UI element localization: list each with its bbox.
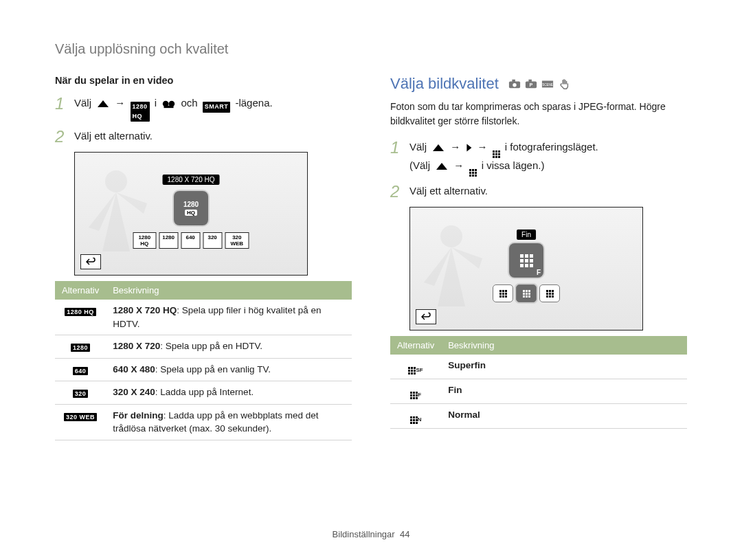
left-column: När du spelar in en video Välj → 1280HQ … xyxy=(55,75,352,440)
preview-chip-row: 1280 HQ 1280 640 320 320 WEB xyxy=(133,232,249,249)
chip-320web[interactable]: 320 WEB xyxy=(225,232,249,249)
chip-1280hq[interactable]: 1280 HQ xyxy=(133,232,157,249)
back-button[interactable] xyxy=(416,309,436,324)
video-preview: 1280 X 720 HQ 1280 HQ 1280 HQ 1280 640 3… xyxy=(74,152,308,276)
svg-point-16 xyxy=(440,225,462,247)
mode-icons: P SCENE xyxy=(508,78,570,90)
section-title: Välja bildkvalitet P SCENE xyxy=(390,75,687,93)
quality-options-table: Alternativ Beskrivning SFSuperfin FFin N… xyxy=(390,336,687,429)
camera-icon xyxy=(508,78,521,90)
chip-fin[interactable] xyxy=(516,284,537,302)
smart-icon: SMART xyxy=(203,102,231,113)
silhouette-icon xyxy=(75,162,157,265)
resolution-1280hq-icon: 1280HQ xyxy=(131,102,150,122)
breadcrumb: Välja upplösning och kvalitet xyxy=(55,41,687,57)
table-row: 640640 X 480: Spela upp på en vanlig TV. xyxy=(55,358,352,381)
table-row: NNormal xyxy=(390,404,687,429)
svg-text:P: P xyxy=(529,82,532,89)
quality-preview: Fin F xyxy=(409,207,643,331)
step1-video: Välj → 1280HQ i och SMART -lägena. xyxy=(74,96,352,122)
col-alternativ: Alternativ xyxy=(390,336,441,355)
col-alternativ: Alternativ xyxy=(55,281,106,300)
chip-superfin[interactable] xyxy=(493,284,513,302)
table-row: FFin xyxy=(390,379,687,404)
step2-quality: Välj ett alternativ. xyxy=(409,183,687,199)
quality-grid-icon xyxy=(469,169,477,177)
up-arrow-icon xyxy=(431,143,445,153)
table-row: 1280 HQ1280 X 720 HQ: Spela upp filer i … xyxy=(55,300,352,335)
step1-quality: Välj → → i fotograferingsläget. (Välj → … xyxy=(409,139,687,177)
movie-icon xyxy=(161,99,176,109)
preview-label-quality: Fin xyxy=(517,229,536,240)
back-arrow-icon xyxy=(421,313,431,321)
svg-marker-0 xyxy=(98,100,109,107)
svg-point-4 xyxy=(105,170,127,192)
quality-chip-row xyxy=(493,284,560,302)
svg-marker-14 xyxy=(466,144,471,151)
col-beskrivning: Beskrivning xyxy=(441,336,687,355)
chip-normal[interactable] xyxy=(539,284,560,302)
quality-grid-icon xyxy=(493,150,500,158)
preview-selected-quality: F xyxy=(509,243,543,278)
preview-label-video: 1280 X 720 HQ xyxy=(163,175,220,185)
svg-rect-3 xyxy=(164,106,174,109)
right-arrow-icon xyxy=(466,143,473,153)
chip-320[interactable]: 320 xyxy=(203,232,222,249)
svg-rect-7 xyxy=(512,80,515,82)
svg-point-6 xyxy=(513,83,516,87)
step2-video: Välj ett alternativ. xyxy=(74,128,352,144)
quality-body: Foton som du tar komprimeras och sparas … xyxy=(390,100,687,128)
hand-icon xyxy=(558,78,570,90)
table-row: 320 WEBFör delning: Ladda upp på en webb… xyxy=(55,404,352,440)
table-row: 12801280 X 720: Spela upp på en HDTV. xyxy=(55,335,352,359)
subheading-video: När du spelar in en video xyxy=(55,75,352,86)
up-arrow-icon xyxy=(96,99,110,109)
camera-p-icon: P xyxy=(525,78,537,90)
svg-rect-10 xyxy=(528,80,532,82)
video-options-table: Alternativ Beskrivning 1280 HQ1280 X 720… xyxy=(55,281,352,440)
chip-1280[interactable]: 1280 xyxy=(159,232,178,249)
table-row: SFSuperfin xyxy=(390,355,687,379)
svg-marker-13 xyxy=(433,144,444,151)
back-button[interactable] xyxy=(80,254,101,269)
chip-640[interactable]: 640 xyxy=(181,232,200,249)
up-arrow-icon xyxy=(435,161,449,171)
scene-icon: SCENE xyxy=(541,78,554,90)
page-footer: Bildinställningar 44 xyxy=(0,529,742,539)
silhouette-icon xyxy=(410,217,493,320)
svg-text:SCENE: SCENE xyxy=(542,83,553,87)
preview-selected-icon: 1280 HQ xyxy=(174,191,208,225)
table-row: 320320 X 240: Ladda upp på Internet. xyxy=(55,381,352,405)
col-beskrivning: Beskrivning xyxy=(106,281,352,300)
svg-marker-15 xyxy=(436,163,447,170)
right-column: Välja bildkvalitet P SCENE Foton som du … xyxy=(390,75,687,440)
back-arrow-icon xyxy=(86,258,95,266)
